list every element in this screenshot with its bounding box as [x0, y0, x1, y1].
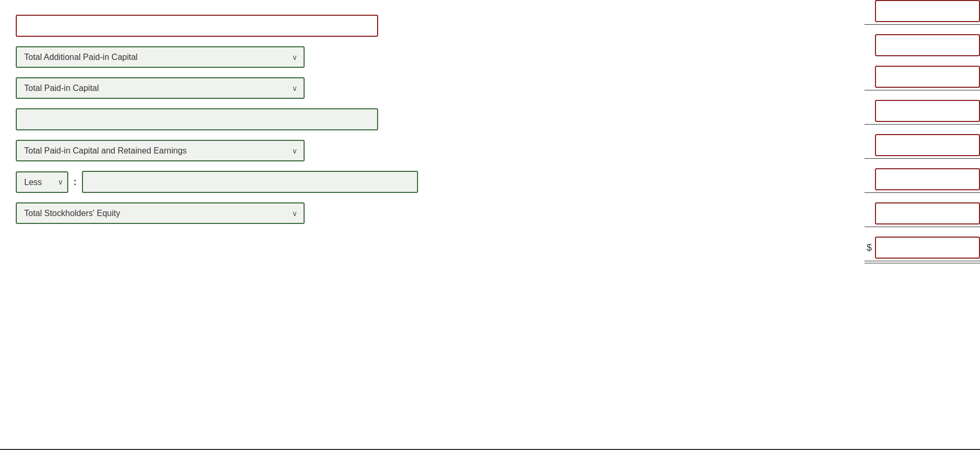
retained-earnings-value-input[interactable]	[875, 134, 980, 156]
additional-paid-in-underline	[864, 90, 980, 90]
total-paid-retained-underline	[864, 192, 980, 193]
total-stockholders-value-section: $	[707, 237, 980, 263]
total-paid-in-value-input[interactable]	[875, 100, 980, 122]
additional-paid-in-value-input[interactable]	[875, 66, 980, 88]
less-select[interactable]: Less	[16, 171, 68, 193]
total-stockholders-value-row: $	[867, 237, 980, 259]
treasury-stock-value-row	[707, 202, 980, 227]
total-stockholders-equity-row: Total Stockholders' Equity	[16, 202, 467, 224]
common-stock-value-row	[707, 34, 980, 56]
dollar-sign-label: $	[867, 242, 872, 253]
total-additional-paid-in-capital-wrapper: Total Additional Paid-in Capital	[16, 46, 305, 68]
common-stock-row: Common Stock	[16, 15, 467, 37]
total-paid-in-capital-select[interactable]: Total Paid-in Capital	[16, 77, 305, 99]
total-paid-in-capital-wrapper: Total Paid-in Capital	[16, 77, 305, 99]
total-paid-in-underline	[864, 124, 980, 125]
total-paid-in-value-row	[707, 100, 980, 125]
common-stock-input[interactable]: Common Stock	[16, 15, 378, 37]
colon-label: :	[74, 177, 77, 188]
total-additional-paid-in-capital-select[interactable]: Total Additional Paid-in Capital	[16, 46, 305, 68]
total-paid-in-capital-retained-earnings-row: Total Paid-in Capital and Retained Earni…	[16, 140, 467, 161]
total-paid-in-capital-retained-earnings-select[interactable]: Total Paid-in Capital and Retained Earni…	[16, 140, 305, 161]
double-underline-top	[864, 261, 980, 261]
retained-earnings-row: Retained Earnings	[16, 108, 467, 130]
total-stockholders-equity-wrapper: Total Stockholders' Equity	[16, 202, 305, 224]
total-paid-in-capital-retained-earnings-wrapper: Total Paid-in Capital and Retained Earni…	[16, 140, 305, 161]
left-column: Common Stock Total Additional Paid-in Ca…	[16, 0, 467, 233]
treasury-stock-row: Less : Treasury Stock	[16, 171, 467, 193]
page-container: Common Stock Total Additional Paid-in Ca…	[0, 0, 980, 450]
right-column: $	[707, 0, 980, 263]
treasury-stock-input[interactable]: Treasury Stock	[82, 171, 418, 193]
total-paid-retained-value-row	[707, 168, 980, 193]
total-additional-paid-in-capital-row: Total Additional Paid-in Capital	[16, 46, 467, 68]
retained-earnings-value-row	[707, 134, 980, 159]
retained-earnings-underline	[864, 158, 980, 159]
top-partial-row	[16, 0, 467, 5]
top-partial-value-input[interactable]	[875, 0, 980, 22]
less-select-wrapper: Less	[16, 171, 68, 193]
common-stock-value-input[interactable]	[875, 34, 980, 56]
double-underline-bottom	[864, 263, 980, 263]
retained-earnings-input[interactable]: Retained Earnings	[16, 108, 378, 130]
treasury-stock-underline	[864, 227, 980, 227]
total-stockholders-equity-select[interactable]: Total Stockholders' Equity	[16, 202, 305, 224]
top-partial-value-row	[707, 0, 980, 25]
additional-paid-in-value-row	[707, 66, 980, 90]
total-paid-in-capital-row: Total Paid-in Capital	[16, 77, 467, 99]
treasury-stock-value-input[interactable]	[875, 202, 980, 224]
top-underline	[864, 24, 980, 25]
total-stockholders-value-input[interactable]	[875, 237, 980, 259]
total-paid-retained-value-input[interactable]	[875, 168, 980, 190]
